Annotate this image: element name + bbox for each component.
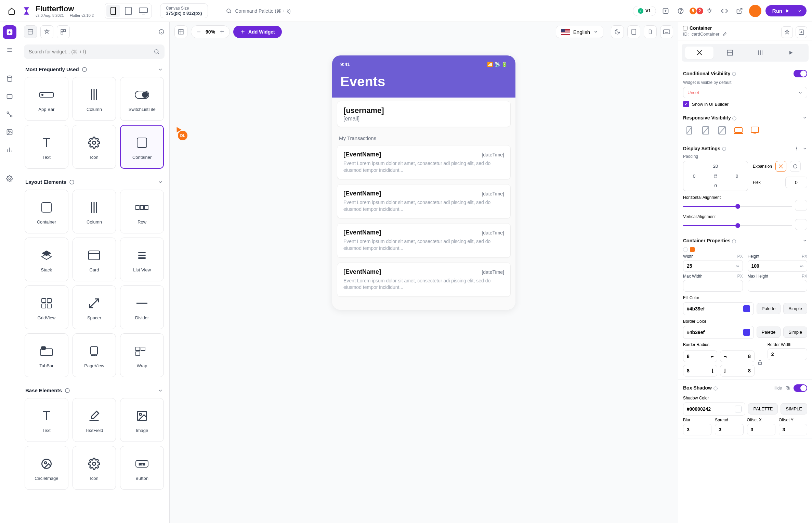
preview-mobile-button[interactable] — [644, 25, 657, 38]
widget-item-container[interactable]: Container — [25, 190, 68, 233]
widget-item-button[interactable]: BTNButton — [120, 446, 164, 490]
padding-control[interactable]: 20 0 0 0 — [683, 161, 748, 191]
help-button[interactable] — [675, 5, 686, 16]
tab-actions[interactable] — [746, 47, 775, 59]
infinity-icon[interactable]: ∞ — [800, 263, 803, 269]
widget-item-container[interactable]: Container — [120, 125, 164, 169]
language-selector[interactable]: English — [556, 26, 603, 38]
chevron-down-icon[interactable] — [794, 9, 802, 13]
rail-media-button[interactable] — [3, 125, 16, 139]
rail-storage-button[interactable] — [3, 90, 16, 103]
user-avatar[interactable] — [749, 5, 761, 17]
blur-input[interactable]: 3 — [683, 424, 711, 435]
flex-input[interactable]: 0 — [785, 177, 807, 188]
resp-laptop-on[interactable] — [733, 125, 744, 136]
zoom-in-button[interactable]: + — [217, 27, 227, 37]
widget-search-input[interactable] — [29, 49, 150, 54]
widget-select-checkbox[interactable] — [683, 26, 687, 30]
widget-item-text[interactable]: TText — [25, 398, 68, 442]
event-card[interactable]: [EventName][dateTime]Event Lorem ipsum d… — [337, 263, 511, 297]
widget-item-textfield[interactable]: TextField — [73, 398, 116, 442]
expansion-off-button[interactable] — [775, 161, 786, 172]
widget-item-card[interactable]: Card — [73, 238, 116, 281]
lock-icon[interactable] — [757, 360, 763, 365]
h-alignment-input[interactable] — [795, 200, 807, 211]
shape-rect-button[interactable] — [690, 247, 695, 252]
lock-icon[interactable] — [713, 174, 718, 178]
section-layout-elements[interactable]: Layout Elements — [19, 174, 169, 188]
section-most-frequently-used[interactable]: Most Frequently Used — [19, 62, 169, 75]
widget-item-row[interactable]: Row — [120, 190, 164, 233]
chevron-down-icon[interactable] — [802, 115, 807, 120]
resp-tablet2-off[interactable] — [717, 125, 728, 136]
open-external-button[interactable] — [734, 5, 745, 16]
radius-bl-input[interactable]: 8⌊ — [683, 365, 717, 377]
widget-item-icon[interactable]: Icon — [73, 446, 116, 490]
box-shadow-toggle[interactable] — [794, 384, 807, 392]
widget-item-divider[interactable]: Divider — [120, 285, 164, 329]
add-button[interactable] — [660, 5, 671, 16]
fill-color-input[interactable]: #4b39ef — [683, 302, 754, 315]
widget-item-column[interactable]: Column — [73, 190, 116, 233]
shadow-color-input[interactable]: #00000242 — [683, 403, 745, 416]
widget-search[interactable] — [24, 44, 165, 59]
phone-preview[interactable]: 9:41 📶 📡 🔋 Events [username] [email] My … — [332, 55, 515, 310]
border-palette-button[interactable]: Palette — [757, 327, 781, 338]
height-input[interactable]: 100∞ — [748, 260, 808, 272]
fill-palette-button[interactable]: Palette — [757, 303, 781, 314]
rail-settings-button[interactable] — [3, 172, 16, 186]
radius-br-input[interactable]: ⌋8 — [720, 365, 754, 377]
canvas-grid-button[interactable] — [174, 25, 187, 38]
theme-button[interactable] — [781, 26, 793, 38]
edit-icon[interactable] — [722, 32, 727, 37]
event-card[interactable]: [EventName][dateTime]Event Lorem ipsum d… — [337, 184, 511, 218]
more-icon[interactable] — [794, 146, 799, 151]
zoom-out-button[interactable]: − — [194, 27, 204, 37]
border-simple-button[interactable]: Simple — [783, 327, 807, 338]
issues-badges[interactable]: 5 2 — [690, 5, 715, 16]
shape-circle-button[interactable] — [683, 247, 688, 252]
home-button[interactable] — [5, 5, 18, 17]
version-chip[interactable]: ✓V1 — [633, 6, 656, 16]
conditional-visibility-toggle[interactable] — [794, 70, 807, 77]
palette-mode-widgets[interactable] — [24, 25, 37, 38]
width-input[interactable]: 25∞ — [683, 260, 743, 272]
keyboard-button[interactable] — [660, 25, 673, 38]
rail-database-button[interactable] — [3, 72, 16, 86]
device-mobile-button[interactable] — [106, 5, 120, 17]
widget-item-switchlisttile[interactable]: SwitchListTile — [120, 77, 164, 121]
fill-simple-button[interactable]: Simple — [783, 303, 807, 314]
info-icon[interactable] — [158, 29, 165, 35]
preview-tablet-button[interactable] — [627, 25, 640, 38]
canvas-size-display[interactable]: Canvas Size 375(px) x 812(px) — [160, 3, 208, 18]
infinity-icon[interactable]: ∞ — [736, 263, 739, 269]
palette-mode-theme[interactable] — [40, 25, 53, 38]
shadow-palette-button[interactable]: PALETTE — [748, 403, 778, 414]
resp-desktop-on[interactable] — [749, 125, 760, 136]
widget-item-image[interactable]: Image — [120, 398, 164, 442]
command-palette[interactable]: Command Palette (⌘ + k) — [226, 8, 291, 14]
tab-properties[interactable] — [685, 47, 713, 59]
rail-analytics-button[interactable] — [3, 143, 16, 157]
resp-tablet-off[interactable] — [700, 125, 711, 136]
rail-tree-button[interactable] — [3, 43, 16, 57]
chevron-down-icon[interactable] — [802, 238, 807, 243]
v-alignment-input[interactable] — [795, 219, 807, 230]
dark-mode-button[interactable] — [611, 25, 624, 38]
event-card[interactable]: [EventName][dateTime]Event Lorem ipsum d… — [337, 223, 511, 257]
widget-item-wrap[interactable]: Wrap — [120, 333, 164, 377]
add-widget-button[interactable]: Add Widget — [233, 26, 282, 38]
widget-item-column[interactable]: Column — [73, 77, 116, 121]
visibility-condition-select[interactable]: Unset — [683, 87, 807, 98]
widget-item-icon[interactable]: Icon — [73, 125, 116, 169]
component-button[interactable] — [796, 26, 807, 38]
expansion-on-button[interactable] — [790, 161, 801, 172]
rail-api-button[interactable] — [3, 107, 16, 121]
chevron-down-icon[interactable] — [802, 146, 807, 151]
v-alignment-slider[interactable] — [683, 225, 792, 226]
device-desktop-button[interactable] — [136, 5, 150, 17]
event-card[interactable]: [EventName][dateTime]Event Lorem ipsum d… — [337, 145, 511, 179]
widget-item-tabbar[interactable]: TabBar — [25, 333, 68, 377]
rail-widgets-button[interactable] — [3, 25, 16, 39]
widget-item-circleimage[interactable]: CircleImage — [25, 446, 68, 490]
